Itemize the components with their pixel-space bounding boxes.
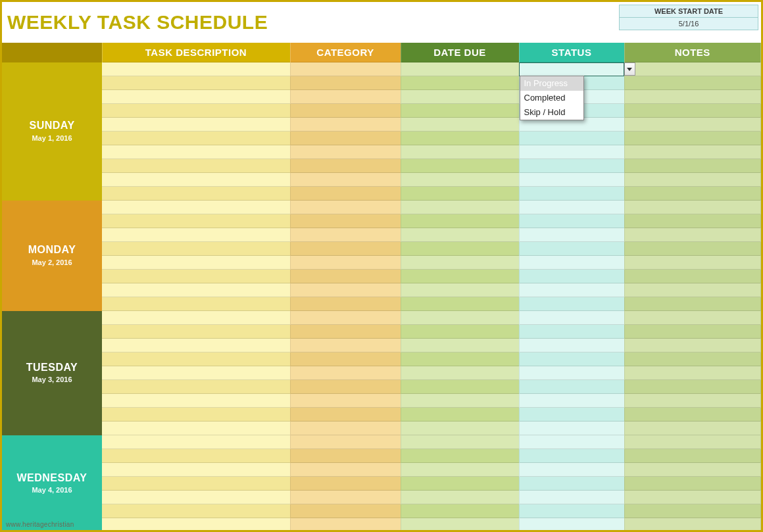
task-cell[interactable]	[102, 477, 290, 491]
due-cell[interactable]	[401, 352, 519, 366]
status-cell[interactable]	[519, 270, 624, 283]
task-cell[interactable]	[102, 352, 290, 366]
category-cell[interactable]	[290, 518, 401, 532]
category-cell[interactable]	[290, 256, 401, 270]
task-cell[interactable]	[102, 325, 290, 339]
due-cell[interactable]	[401, 477, 519, 491]
category-cell[interactable]	[290, 242, 401, 256]
task-cell[interactable]	[102, 159, 290, 173]
due-cell[interactable]	[401, 408, 519, 422]
notes-cell[interactable]	[624, 132, 761, 145]
task-cell[interactable]	[102, 132, 290, 145]
task-cell[interactable]	[102, 118, 290, 132]
due-cell[interactable]	[401, 422, 519, 435]
category-cell[interactable]	[290, 463, 401, 477]
due-cell[interactable]	[401, 132, 519, 145]
notes-cell[interactable]	[624, 76, 761, 90]
status-cell[interactable]	[519, 187, 624, 201]
status-cell[interactable]	[519, 504, 624, 518]
task-cell[interactable]	[102, 491, 290, 504]
due-cell[interactable]	[401, 283, 519, 297]
due-cell[interactable]	[401, 145, 519, 159]
notes-cell[interactable]	[624, 201, 761, 214]
status-cell[interactable]	[519, 477, 624, 491]
notes-cell[interactable]	[624, 366, 761, 380]
status-cell[interactable]	[519, 449, 624, 463]
category-cell[interactable]	[290, 394, 401, 408]
status-cell[interactable]	[519, 256, 624, 270]
category-cell[interactable]	[290, 270, 401, 283]
due-cell[interactable]	[401, 201, 519, 214]
status-cell[interactable]	[519, 214, 624, 228]
task-cell[interactable]	[102, 90, 290, 104]
status-cell[interactable]	[519, 173, 624, 187]
status-cell[interactable]	[519, 394, 624, 408]
task-cell[interactable]	[102, 104, 290, 118]
due-cell[interactable]	[401, 518, 519, 532]
category-cell[interactable]	[290, 435, 401, 449]
due-cell[interactable]	[401, 104, 519, 118]
notes-cell[interactable]	[624, 145, 761, 159]
notes-cell[interactable]	[624, 159, 761, 173]
status-cell[interactable]	[519, 228, 624, 242]
status-cell[interactable]: In ProgressCompletedSkip / Hold	[519, 62, 624, 76]
task-cell[interactable]	[102, 214, 290, 228]
task-cell[interactable]	[102, 62, 290, 76]
category-cell[interactable]	[290, 90, 401, 104]
notes-cell[interactable]	[624, 435, 761, 449]
category-cell[interactable]	[290, 366, 401, 380]
status-cell[interactable]	[519, 201, 624, 214]
notes-cell[interactable]	[624, 214, 761, 228]
dropdown-button[interactable]	[624, 62, 635, 76]
task-cell[interactable]	[102, 201, 290, 214]
status-option[interactable]: In Progress	[520, 76, 583, 91]
notes-cell[interactable]	[624, 118, 761, 132]
due-cell[interactable]	[401, 242, 519, 256]
category-cell[interactable]	[290, 504, 401, 518]
category-cell[interactable]	[290, 339, 401, 352]
category-cell[interactable]	[290, 173, 401, 187]
task-cell[interactable]	[102, 339, 290, 352]
task-cell[interactable]	[102, 76, 290, 90]
due-cell[interactable]	[401, 491, 519, 504]
task-cell[interactable]	[102, 380, 290, 394]
task-cell[interactable]	[102, 256, 290, 270]
category-cell[interactable]	[290, 201, 401, 214]
status-cell[interactable]	[519, 145, 624, 159]
task-cell[interactable]	[102, 394, 290, 408]
status-cell[interactable]	[519, 463, 624, 477]
week-start-value[interactable]: 5/1/16	[619, 18, 758, 30]
status-cell[interactable]	[519, 159, 624, 173]
due-cell[interactable]	[401, 118, 519, 132]
due-cell[interactable]	[401, 504, 519, 518]
notes-cell[interactable]	[624, 477, 761, 491]
due-cell[interactable]	[401, 339, 519, 352]
task-cell[interactable]	[102, 187, 290, 201]
due-cell[interactable]	[401, 366, 519, 380]
notes-cell[interactable]	[624, 187, 761, 201]
due-cell[interactable]	[401, 325, 519, 339]
notes-cell[interactable]	[624, 380, 761, 394]
task-cell[interactable]	[102, 242, 290, 256]
task-cell[interactable]	[102, 270, 290, 283]
due-cell[interactable]	[401, 159, 519, 173]
category-cell[interactable]	[290, 187, 401, 201]
task-cell[interactable]	[102, 518, 290, 532]
task-cell[interactable]	[102, 449, 290, 463]
due-cell[interactable]	[401, 394, 519, 408]
status-option[interactable]: Completed	[520, 91, 583, 105]
due-cell[interactable]	[401, 62, 519, 76]
category-cell[interactable]	[290, 311, 401, 325]
task-cell[interactable]	[102, 408, 290, 422]
status-cell[interactable]	[519, 297, 624, 311]
due-cell[interactable]	[401, 214, 519, 228]
notes-cell[interactable]	[624, 394, 761, 408]
status-cell[interactable]	[519, 518, 624, 532]
category-cell[interactable]	[290, 380, 401, 394]
category-cell[interactable]	[290, 491, 401, 504]
status-cell[interactable]	[519, 283, 624, 297]
category-cell[interactable]	[290, 477, 401, 491]
category-cell[interactable]	[290, 145, 401, 159]
due-cell[interactable]	[401, 76, 519, 90]
notes-cell[interactable]	[624, 104, 761, 118]
